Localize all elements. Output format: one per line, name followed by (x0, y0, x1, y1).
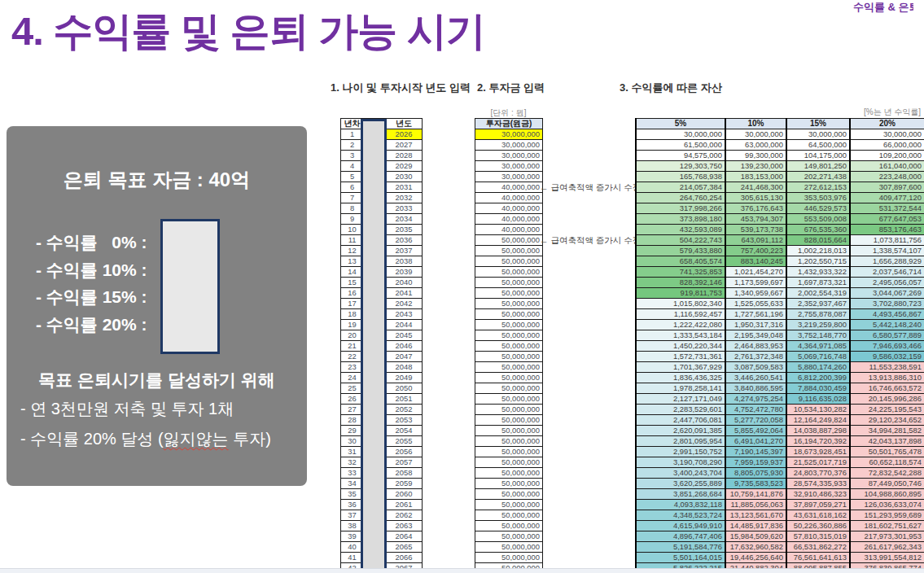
year-cell: 2059 (386, 479, 423, 489)
invest-row: 50,000,000 (475, 256, 543, 267)
invest-cell: 30,000,000 (475, 161, 543, 172)
asset-cell: 1,727,561,196 (725, 309, 786, 320)
asset-cell: 15,984,509,620 (725, 531, 786, 542)
asset-cell: 1,338,574,107 (850, 246, 924, 256)
invest-row: 50,000,000 (475, 447, 543, 457)
invest-cell: 50,000,000 (475, 553, 543, 563)
asset-row: 1,222,422,0801,950,317,3163,219,259,8005… (636, 320, 924, 330)
asset-cell: 7,959,159,937 (725, 457, 786, 468)
section-step3-label: 3. 수익률에 따른 자산 (620, 81, 722, 95)
invest-row: 50,000,000 (475, 500, 543, 510)
invest-row: 40,000,000 (475, 225, 543, 235)
asset-cell: 2,283,529,601 (636, 405, 725, 415)
asset-cell: 6,812,200,399 (786, 373, 850, 383)
asset-row: 919,811,7531,340,959,6672,002,554,3193,0… (636, 288, 924, 299)
invest-row: 50,000,000 (475, 330, 543, 341)
asset-cell: 853,176,463 (850, 225, 924, 235)
year-cell: 2032 (386, 193, 423, 203)
asset-cell: 307,897,600 (850, 182, 924, 193)
asset-cell: 7,946,693,466 (850, 341, 924, 352)
asset-cell: 11,885,056,063 (725, 500, 786, 510)
asset-cell: 272,612,153 (786, 182, 850, 193)
asset-row: 264,760,254305,615,130353,503,976409,477… (636, 193, 924, 203)
retirement-target-heading: 은퇴 목표 자금 : 40억 (7, 167, 307, 193)
asset-cell: 4,093,832,118 (636, 500, 725, 510)
asset-col-header: 15% (786, 119, 850, 129)
year-cell: 2035 (386, 225, 423, 235)
asset-cell: 126,036,633,074 (850, 500, 924, 510)
invest-cell: 40,000,000 (475, 225, 543, 235)
asset-cell: 261,617,962,343 (850, 542, 924, 553)
asset-cell: 305,615,130 (725, 193, 786, 203)
rate-line-20pct: - 수익률 20% : (36, 311, 147, 339)
asset-cell: 4,348,523,724 (636, 510, 725, 521)
invest-row: 50,000,000 (475, 320, 543, 330)
invest-row: 50,000,000 (475, 373, 543, 383)
year-cell: 2033 (386, 203, 423, 214)
invest-cell[interactable]: 30,000,000 (475, 129, 543, 140)
asset-cell: 7,190,145,397 (725, 447, 786, 457)
asset-cell: 6,580,577,889 (850, 330, 924, 341)
asset-cell: 446,529,573 (786, 203, 850, 214)
invest-cell: 40,000,000 (475, 182, 543, 193)
asset-cell: 1,450,220,344 (636, 341, 725, 352)
slide: 4. 수익률 및 은퇴 가능 시기 수익률 & 은퇴 은퇴 목표 자금 : 40… (0, 0, 924, 573)
year-cell: 2040 (386, 278, 423, 288)
window-bottom-edge (0, 568, 924, 573)
invest-cell: 50,000,000 (475, 246, 543, 256)
invest-row: 30,000,000 (475, 140, 543, 151)
asset-cell: 3,400,243,704 (636, 468, 725, 479)
asset-row: 741,325,8531,021,454,2701,432,933,3222,0… (636, 267, 924, 278)
slide-header-label: 수익률 & 은퇴 (853, 0, 913, 15)
year-cell: 2031 (386, 182, 423, 193)
year-cell: 2041 (386, 288, 423, 299)
invest-cell: 50,000,000 (475, 405, 543, 415)
section-step1-label: 1. 나이 및 투자시작 년도 입력 (331, 81, 471, 95)
asset-cell: 30,000,000 (725, 129, 786, 140)
asset-table: 5%10%15%20%30,000,00030,000,00030,000,00… (635, 118, 924, 573)
invest-row: 50,000,000 (475, 278, 543, 288)
invest-cell: 50,000,000 (475, 267, 543, 278)
invest-cell: 40,000,000 (475, 193, 543, 203)
asset-row: 2,283,529,6014,752,472,78010,534,130,282… (636, 405, 924, 415)
invest-cell: 50,000,000 (475, 309, 543, 320)
year-cell[interactable]: 2026 (386, 129, 423, 140)
asset-cell: 741,325,853 (636, 267, 725, 278)
asset-cell: 828,392,146 (636, 278, 725, 288)
asset-cell: 9,116,635,028 (786, 394, 850, 405)
invest-cell: 50,000,000 (475, 436, 543, 447)
invest-row: 50,000,000 (475, 479, 543, 489)
asset-cell: 28,574,335,933 (786, 479, 850, 489)
asset-cell: 2,620,091,385 (636, 426, 725, 436)
year-cell: 2056 (386, 447, 423, 457)
year-cell: 2061 (386, 500, 423, 510)
invest-row: 40,000,000 (475, 193, 543, 203)
asset-cell: 34,994,281,582 (850, 426, 924, 436)
invest-row: 50,000,000 (475, 457, 543, 468)
invest-row: 50,000,000 (475, 288, 543, 299)
year-cell: 2066 (386, 553, 423, 563)
asset-cell: 3,851,268,684 (636, 489, 725, 500)
invest-row: 50,000,000 (475, 362, 543, 373)
asset-cell: 553,509,008 (786, 214, 850, 225)
invest-cell: 50,000,000 (475, 352, 543, 362)
year-cell: 2064 (386, 531, 423, 542)
asset-cell: 5,069,716,748 (786, 352, 850, 362)
asset-row: 1,015,802,3401,525,055,6332,352,937,4673… (636, 299, 924, 309)
year-cell: 2052 (386, 405, 423, 415)
asset-cell: 50,501,765,478 (850, 447, 924, 457)
asset-row: 504,222,743643,091,112828,015,6641,073,8… (636, 235, 924, 246)
asset-row: 5,191,584,77617,632,960,58266,531,862,27… (636, 542, 924, 553)
asset-cell: 2,002,554,319 (786, 288, 850, 299)
goal-line-2-suffix: 투자) (229, 430, 271, 448)
asset-cell: 353,503,976 (786, 193, 850, 203)
year-cell: 2060 (386, 489, 423, 500)
asset-cell: 432,593,089 (636, 225, 725, 235)
asset-row: 2,991,150,7527,190,145,39718,673,928,451… (636, 447, 924, 457)
asset-cell: 1,173,599,697 (725, 278, 786, 288)
asset-cell: 3,702,880,723 (850, 299, 924, 309)
retirement-goal-panel: 은퇴 목표 자금 : 40억 - 수익률 0% : - 수익률 10% : - … (7, 126, 307, 486)
invest-cell: 50,000,000 (475, 341, 543, 352)
asset-cell: 2,755,878,087 (786, 309, 850, 320)
asset-cell: 129,303,750 (636, 161, 725, 172)
